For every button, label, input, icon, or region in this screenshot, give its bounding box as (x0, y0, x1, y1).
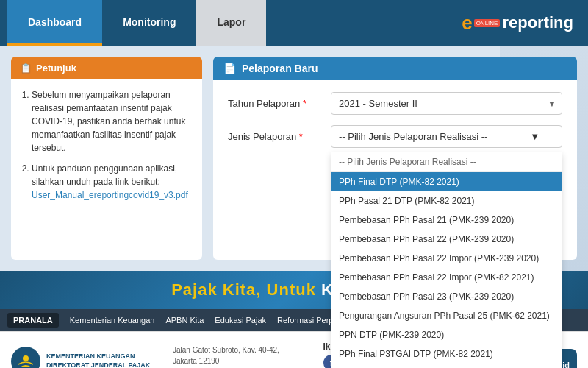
jenis-row: Jenis Pelaporan * -- Pilih Jenis Pelapor… (228, 125, 562, 148)
instruction-2: Untuk panduan penggunaan aplikasi, silah… (32, 162, 193, 202)
dropdown-item-pph21-pmk239[interactable]: Pembebasan PPh Pasal 21 (PMK-239 2020) (331, 210, 562, 230)
manual-link[interactable]: User_Manual_ereportingcovid19_v3.pdf (32, 190, 188, 200)
tab-dashboard[interactable]: Dashboard (7, 0, 102, 46)
dropdown-item-pph21-dtp[interactable]: PPh Pasal 21 DTP (PMK-82 2021) (331, 191, 562, 210)
bottom-nav-edukasi[interactable]: Edukasi Pajak (215, 316, 266, 325)
dropdown-item-pph22-impor-pmk82[interactable]: Pembebasan PPh Pasal 22 Impor (PMK-82 20… (331, 268, 562, 287)
jenis-select[interactable]: -- Pilih Jenis Pelaporan Realisasi -- ▼ (331, 125, 562, 148)
dropdown-item-ppnbm-dtp1[interactable]: PPnBM DTP Periode 1 (PMK-31 2021) (331, 364, 562, 368)
footer-address: Jalan Gatot Subroto, Kav. 40-42, Jakarta… (173, 344, 294, 368)
pelaporan-baru-header: 📄 Pelaporan Baru (213, 57, 577, 80)
bottom-nav-apbn[interactable]: APBN Kita (165, 316, 204, 325)
logo-online-badge: ONLINE (474, 19, 501, 27)
banner-text: Pajak Kita, Untuk (171, 280, 316, 300)
pelaporan-baru-panel: 📄 Pelaporan Baru Tahun Pelaporan * 2021 … (213, 57, 577, 260)
dropdown-item-pph23-pmk239[interactable]: Pembebasan PPh Pasal 23 (PMK-239 2020) (331, 287, 562, 306)
dropdown-item-pph-final-p3tgai[interactable]: PPh Final P3TGAI DTP (PMK-82 2021) (331, 344, 562, 364)
jenis-chevron-icon: ▼ (530, 131, 539, 142)
main-content: 📋 Petunjuk Sebelum menyampaikan pelapora… (0, 46, 588, 271)
dropdown-item-pph22-pmk239[interactable]: Pembebasan PPh Pasal 22 (PMK-239 2020) (331, 230, 562, 249)
book-icon: 📋 (20, 63, 32, 74)
top-navigation: Dashboard Monitoring Lapor e ONLINE repo… (0, 0, 588, 46)
dropdown-item-pph-final-dtp[interactable]: PPh Final DTP (PMK-82 2021) (331, 172, 562, 191)
instruction-1: Sebelum menyampaikan pelaporan realisasi… (32, 88, 193, 155)
tahun-select[interactable]: 2021 - Semester II (331, 92, 562, 115)
garuda-icon (17, 353, 35, 369)
svg-point-0 (23, 355, 29, 361)
logo-reporting-text: reporting (502, 13, 573, 32)
form-area: Tahun Pelaporan * 2021 - Semester II ▼ J… (213, 80, 577, 170)
bottom-nav-pranala[interactable]: PRANALA (7, 313, 59, 328)
jenis-dropdown: -- Pilih Jenis Pelaporan Realisasi -- PP… (331, 152, 562, 368)
dropdown-item-placeholder[interactable]: -- Pilih Jenis Pelaporan Realisasi -- (331, 152, 562, 172)
petunjuk-body: Sebelum menyampaikan pelaporan realisasi… (11, 79, 202, 218)
tab-monitoring[interactable]: Monitoring (102, 0, 196, 46)
dropdown-item-angsuran-pph25[interactable]: Pengurangan Angsuran PPh Pasal 25 (PMK-6… (331, 306, 562, 325)
petunjuk-panel: 📋 Petunjuk Sebelum menyampaikan pelapora… (11, 57, 202, 260)
dropdown-item-pph22-impor-pmk239[interactable]: Pembebasan PPh Pasal 22 Impor (PMK-239 2… (331, 249, 562, 268)
petunjuk-header: 📋 Petunjuk (11, 57, 202, 79)
logo-e-letter: e (462, 12, 472, 35)
tab-lapor[interactable]: Lapor (196, 0, 266, 46)
dropdown-item-ppn-dtp[interactable]: PPN DTP (PMK-239 2020) (331, 325, 562, 344)
footer-logo-area: KEMENTERIAN KEUANGAN DIREKTORAT JENDERAL… (11, 347, 158, 369)
jenis-label: Jenis Pelaporan * (228, 131, 331, 142)
bottom-nav-kemkeu[interactable]: Kementerian Keuangan (70, 316, 155, 325)
footer-logo-text: KEMENTERIAN KEUANGAN DIREKTORAT JENDERAL… (46, 353, 150, 368)
tahun-label: Tahun Pelaporan * (228, 98, 331, 109)
tahun-required: * (303, 98, 306, 109)
kemenkeu-logo-icon (11, 347, 40, 369)
tahun-control: 2021 - Semester II ▼ (331, 92, 562, 115)
jenis-required: * (299, 131, 303, 142)
file-icon: 📄 (223, 63, 236, 74)
tahun-row: Tahun Pelaporan * 2021 - Semester II ▼ (228, 92, 562, 115)
jenis-control: -- Pilih Jenis Pelaporan Realisasi -- ▼ … (331, 125, 562, 148)
logo-area: e ONLINE reporting (462, 0, 581, 46)
